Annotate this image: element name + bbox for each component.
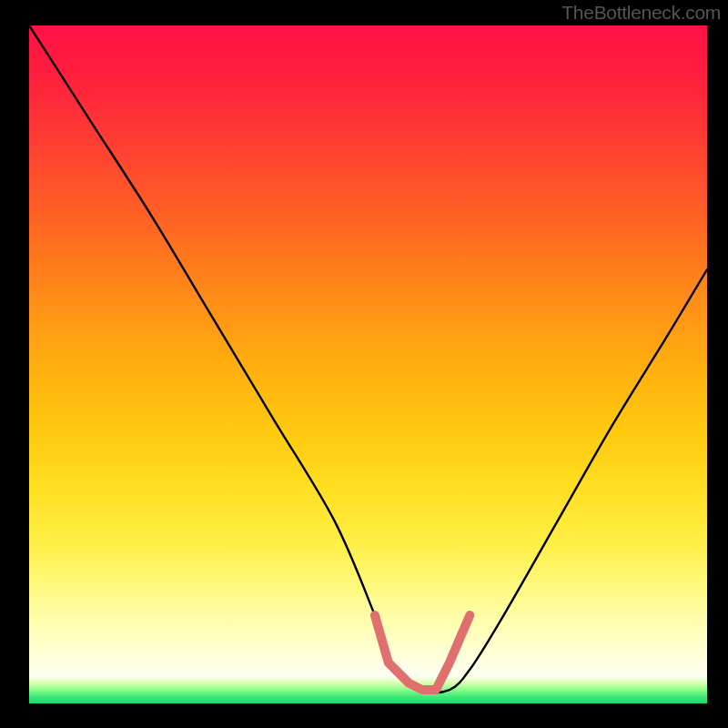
valley-marker xyxy=(375,615,470,690)
plot-area xyxy=(29,25,707,703)
bottleneck-curve xyxy=(29,25,707,693)
watermark-text: TheBottleneck.com xyxy=(561,2,721,24)
chart-frame: TheBottleneck.com xyxy=(0,0,728,728)
curve-layer xyxy=(29,25,707,703)
